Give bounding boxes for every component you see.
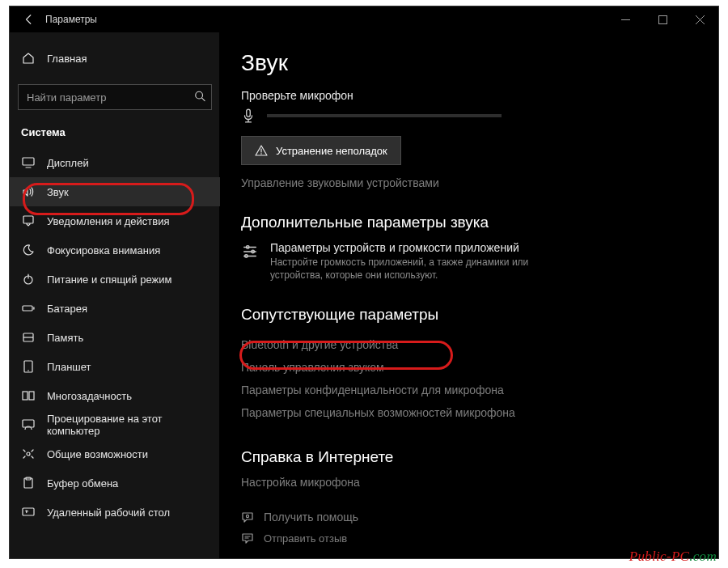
sidebar-item-display[interactable]: Дисплей — [10, 148, 220, 177]
mic-check-label: Проверьте микрофон — [241, 89, 718, 102]
multitasking-icon — [21, 388, 36, 403]
search-icon — [194, 91, 205, 104]
home-icon — [21, 51, 36, 66]
sound-icon — [21, 184, 36, 199]
sidebar-item-label: Фокусировка внимания — [47, 244, 160, 256]
svg-rect-0 — [658, 15, 667, 23]
svg-rect-2 — [23, 158, 34, 165]
sidebar-item-projecting[interactable]: Проецирование на этот компьютер — [10, 410, 220, 439]
sidebar-list: Дисплей Звук Уведомления и действия — [10, 145, 220, 527]
sidebar-item-tablet[interactable]: Планшет — [10, 352, 220, 381]
projecting-icon — [21, 418, 36, 432]
related-link-sound-control-panel[interactable]: Панель управления звуком — [241, 356, 718, 379]
sliders-icon — [241, 243, 259, 261]
sidebar-item-remote-desktop[interactable]: Удаленный рабочий стол — [10, 498, 220, 527]
svg-point-12 — [27, 452, 30, 456]
feedback-icon — [241, 532, 254, 545]
related-link-mic-ease-of-access[interactable]: Параметры специальных возможностей микро… — [241, 401, 718, 424]
sidebar-item-label: Буфер обмена — [47, 477, 118, 490]
maximize-button[interactable] — [644, 6, 681, 32]
minimize-button[interactable] — [607, 6, 644, 32]
web-help-heading: Справка в Интернете — [241, 448, 718, 466]
remote-desktop-icon — [21, 505, 36, 519]
display-icon — [21, 155, 36, 170]
sidebar-item-label: Многозадачность — [47, 390, 132, 402]
sidebar-item-multitasking[interactable]: Многозадачность — [10, 381, 220, 410]
app-volume-link[interactable]: Параметры устройств и громкости приложен… — [241, 241, 718, 282]
advanced-sound-heading: Дополнительные параметры звука — [241, 214, 718, 231]
svg-point-8 — [28, 370, 29, 371]
related-settings-heading: Сопутствующие параметры — [241, 306, 718, 324]
battery-icon — [21, 301, 36, 316]
content: Звук Проверьте микрофон Устранение непол… — [220, 32, 718, 558]
related-link-mic-privacy[interactable]: Параметры конфиденциальности для микрофо… — [241, 379, 718, 401]
sidebar-item-label: Проецирование на этот компьютер — [47, 413, 209, 437]
sidebar-item-sound[interactable]: Звук — [10, 177, 220, 206]
sidebar-item-label: Удаленный рабочий стол — [47, 507, 170, 519]
sidebar-item-label: Звук — [47, 186, 69, 198]
clipboard-icon — [21, 476, 36, 490]
sidebar-item-notifications[interactable]: Уведомления и действия — [10, 206, 220, 235]
sidebar-item-label: Планшет — [47, 361, 91, 373]
troubleshoot-label: Устранение неполадок — [276, 145, 387, 157]
svg-point-1 — [196, 91, 203, 99]
sidebar-item-label: Память — [47, 332, 83, 344]
svg-rect-15 — [23, 508, 34, 515]
manage-sound-devices-link[interactable]: Управление звуковыми устройствами — [241, 176, 718, 189]
sidebar-item-label: Батарея — [47, 303, 87, 315]
back-button[interactable] — [15, 6, 44, 32]
sidebar-item-shared-experiences[interactable]: Общие возможности — [10, 439, 220, 468]
sidebar-item-label: Дисплей — [47, 157, 89, 169]
notifications-icon — [21, 214, 36, 228]
storage-icon — [21, 330, 36, 345]
sidebar-home-label: Главная — [47, 53, 87, 65]
help-icon — [241, 511, 254, 523]
sidebar-section-label: Система — [10, 123, 220, 145]
web-help-mic-setup[interactable]: Настройка микрофона — [241, 476, 718, 489]
close-button[interactable] — [681, 6, 718, 32]
svg-rect-3 — [23, 216, 33, 223]
sidebar-item-battery[interactable]: Батарея — [10, 294, 220, 323]
sidebar-item-power[interactable]: Питание и спящий режим — [10, 265, 220, 294]
power-icon — [21, 272, 36, 286]
sidebar-item-focus-assist[interactable]: Фокусировка внимания — [10, 235, 220, 265]
sidebar-item-label: Уведомления и действия — [47, 215, 170, 227]
app-volume-title: Параметры устройств и громкости приложен… — [270, 241, 561, 254]
search-input[interactable] — [18, 84, 212, 110]
svg-point-21 — [246, 515, 248, 518]
microphone-icon — [241, 108, 256, 123]
sidebar-home[interactable]: Главная — [10, 44, 220, 73]
page-title: Звук — [241, 50, 718, 76]
mic-level-meter — [267, 114, 502, 117]
sidebar: Главная Система Дисплей — [10, 32, 220, 558]
sidebar-item-label: Общие возможности — [47, 448, 148, 460]
svg-rect-5 — [23, 306, 32, 311]
svg-rect-16 — [247, 109, 251, 117]
shared-experiences-icon — [21, 447, 36, 461]
svg-rect-10 — [29, 392, 34, 400]
sidebar-item-storage[interactable]: Память — [10, 323, 220, 352]
titlebar: Параметры — [10, 6, 718, 32]
warning-icon — [255, 144, 268, 157]
related-link-bluetooth[interactable]: Bluetooth и другие устройства — [241, 333, 718, 356]
svg-point-17 — [260, 153, 262, 155]
tablet-icon — [21, 359, 36, 374]
focus-assist-icon — [21, 243, 36, 257]
sidebar-item-clipboard[interactable]: Буфер обмена — [10, 468, 220, 498]
svg-rect-9 — [23, 392, 28, 400]
window-title: Параметры — [44, 14, 97, 25]
troubleshoot-button[interactable]: Устранение неполадок — [241, 136, 401, 165]
get-help-label: Получить помощь — [264, 511, 358, 523]
sidebar-item-label: Питание и спящий режим — [47, 273, 171, 286]
feedback-label: Отправить отзыв — [264, 532, 347, 545]
get-help-link[interactable]: Получить помощь — [241, 507, 718, 528]
app-volume-desc: Настройте громкость приложений, а также … — [270, 256, 561, 282]
feedback-link[interactable]: Отправить отзыв — [241, 528, 718, 549]
